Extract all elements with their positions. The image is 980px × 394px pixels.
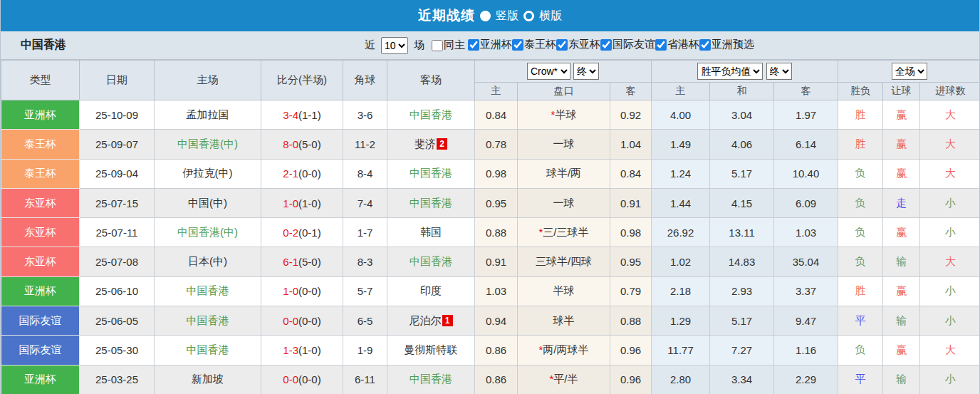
fulltime-score: 3-4 [283, 109, 298, 121]
competition-checkbox[interactable] [512, 39, 523, 51]
handicap-result-cell: 赢 [883, 159, 920, 188]
goals-result-cell: 小 [920, 218, 980, 247]
match-type-cell: 亚洲杯 [1, 365, 80, 394]
match-date-cell: 25-09-04 [80, 159, 155, 188]
same-home-label: 同主 [444, 38, 465, 52]
match-date-cell: 25-03-25 [80, 365, 155, 394]
avg-home-cell: 1.44 [652, 188, 710, 217]
competition-checkbox[interactable] [699, 39, 711, 51]
competition-label: 泰王杯 [524, 38, 556, 51]
competition-label: 亚洲预选 [711, 38, 754, 51]
competition-checkbox[interactable] [468, 39, 479, 51]
score-cell: 1-0(0-0) [261, 276, 343, 306]
odds-away-cell: 0.91 [610, 188, 652, 217]
odds-home-cell: 0.98 [475, 159, 518, 188]
away-team-cell: 中国香港 [387, 247, 475, 276]
match-row: 亚洲杯25-03-25新加坡0-0(0-0)6-11中国香港0.86*平/半0.… [1, 365, 980, 394]
goals-result-cell: 小 [920, 365, 980, 394]
vertical-layout-radio[interactable] [480, 11, 491, 21]
team-name-text: 中国香港(中) [177, 226, 238, 238]
odds-source-select[interactable]: Crow* [527, 63, 570, 80]
red-card-badge: 2 [437, 138, 447, 150]
subcol-odds-away: 客 [610, 83, 652, 100]
competition-filter: 亚洲杯 [468, 38, 512, 51]
avg-home-cell: 1.02 [652, 247, 710, 276]
line-change-star: * [538, 226, 543, 238]
results-tbody: 亚洲杯25-10-09孟加拉国3-4(1-1)3-6中国香港0.84*半球0.9… [1, 100, 980, 394]
outcome-cell: 负 [838, 336, 883, 365]
team-name-text: 中国香港(中) [177, 138, 238, 150]
col-header-date: 日期 [80, 61, 155, 100]
handicap-line-cell: 球半 [518, 306, 610, 336]
odds-home-cell: 0.84 [475, 100, 518, 130]
halftime-score: (1-1) [298, 109, 321, 121]
match-type-cell: 国际友谊 [1, 306, 80, 336]
fulltime-score: 1-0 [283, 285, 298, 297]
halftime-score: (0-1) [298, 227, 321, 239]
horizontal-layout-radio[interactable] [523, 11, 534, 21]
scope-select[interactable]: 全场 [892, 63, 927, 80]
fulltime-score: 0-0 [283, 373, 298, 385]
score-cell: 0-2(0-1) [261, 218, 343, 247]
score-cell: 6-1(5-0) [261, 247, 343, 276]
avg-home-cell: 4.00 [652, 100, 710, 130]
corners-cell: 6-5 [343, 306, 387, 336]
odds-away-cell: 0.79 [610, 276, 652, 306]
avg-draw-cell: 2.93 [710, 276, 774, 306]
line-change-star: * [538, 343, 543, 356]
match-date-cell: 25-10-09 [80, 100, 155, 130]
recent-results-widget: 近期战绩 竖版 横版 中国香港 近 10 场 同主 亚洲杯泰王杯东亚杯国际友谊省… [0, 0, 980, 394]
corners-cell: 3-6 [343, 100, 387, 130]
avg-source-select[interactable]: 胜平负均值 [697, 63, 763, 80]
handicap-result-cell: 赢 [883, 218, 920, 247]
competition-checkbox[interactable] [655, 39, 667, 51]
home-team-cell: 中国(中) [155, 188, 261, 217]
fulltime-score: 1-0 [283, 197, 298, 209]
away-team-cell: 中国香港 [387, 100, 475, 130]
competition-checkbox[interactable] [556, 39, 568, 51]
goals-result-cell: 小 [920, 276, 980, 306]
table-header: 类型 日期 主场 比分(半场) 角球 客场 Crow* 终 胜平负均值 终 全场 [1, 61, 980, 100]
team-name-text: 印度 [420, 284, 442, 296]
home-team-cell: 中国香港 [155, 336, 261, 365]
outcome-cell: 负 [838, 247, 883, 276]
handicap-result-cell: 赢 [883, 336, 920, 365]
competition-checkbox[interactable] [600, 39, 612, 51]
team-name-text: 伊拉克(中) [183, 167, 233, 179]
goals-result-cell: 大 [920, 130, 980, 159]
odds-away-cell: 0.98 [610, 218, 652, 247]
goals-result-cell: 小 [920, 188, 980, 217]
horizontal-layout-label[interactable]: 横版 [539, 9, 562, 24]
filter-bar: 中国香港 近 10 场 同主 亚洲杯泰王杯东亚杯国际友谊省港杯亚洲预选 [1, 31, 979, 60]
red-card-badge: 1 [442, 315, 453, 326]
vertical-layout-label[interactable]: 竖版 [496, 9, 518, 24]
halftime-score: (0-0) [298, 315, 321, 327]
team-name-text: 日本(中) [188, 255, 227, 267]
odds-time-select[interactable]: 终 [573, 63, 599, 80]
avg-home-cell: 26.92 [652, 218, 710, 247]
away-team-cell: 尼泊尔1 [387, 306, 475, 336]
title-bar: 近期战绩 竖版 横版 [1, 0, 979, 31]
col-header-score: 比分(半场) [261, 61, 343, 100]
competition-filter: 国际友谊 [600, 38, 655, 51]
handicap-line-cell: *三/三球半 [518, 218, 610, 247]
avg-away-cell: 10.40 [774, 159, 838, 188]
away-team-cell: 中国香港 [387, 365, 475, 394]
avg-home-cell: 1.24 [652, 159, 710, 188]
fulltime-score: 1-3 [283, 344, 298, 356]
corners-cell: 6-11 [343, 365, 387, 394]
page-title: 近期战绩 [418, 6, 475, 25]
score-cell: 3-4(1-1) [261, 100, 343, 130]
avg-home-cell: 11.77 [652, 336, 710, 365]
avg-time-select[interactable]: 终 [766, 63, 792, 80]
goals-result-cell: 大 [920, 159, 980, 188]
match-type-cell: 国际友谊 [1, 336, 80, 365]
line-change-star: * [549, 373, 553, 385]
away-team-cell: 曼彻斯特联 [387, 336, 475, 365]
outcome-cell: 平 [838, 365, 883, 394]
same-home-checkbox[interactable] [432, 40, 443, 51]
match-count-select[interactable]: 10 [381, 37, 408, 54]
halftime-score: (1-0) [298, 197, 321, 209]
avg-away-cell: 1.16 [774, 336, 838, 365]
odds-away-cell: 0.96 [610, 336, 652, 365]
